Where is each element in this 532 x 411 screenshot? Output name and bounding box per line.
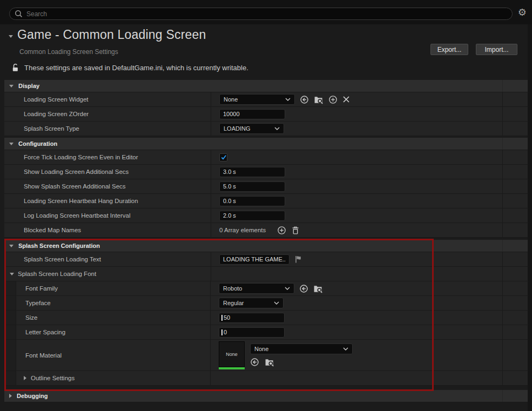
- dropdown-value: Roboto: [223, 285, 285, 292]
- size-input[interactable]: [219, 313, 284, 322]
- reset-cell: [502, 340, 528, 370]
- row-label: Outline Settings: [31, 375, 75, 381]
- reset-cell: [502, 92, 528, 106]
- chevron-down-icon: [343, 347, 348, 351]
- size-field: [219, 313, 285, 323]
- chevron-down-icon: [274, 127, 280, 130]
- page-subtitle: Common Loading Screen Settings: [19, 48, 118, 56]
- caret-down-icon: [9, 143, 14, 145]
- row-font-material: Font Material None None: [4, 340, 528, 371]
- import-button[interactable]: Import...: [476, 44, 517, 55]
- reset-cell: [502, 311, 528, 325]
- top-bar: ⚙: [0, 0, 532, 24]
- letter-spacing-input[interactable]: [219, 328, 284, 337]
- reset-cell: [502, 165, 528, 179]
- row-size: Size: [4, 311, 528, 325]
- use-selected-asset-icon[interactable]: [250, 358, 259, 367]
- row-label: Font Material: [25, 352, 62, 359]
- config-file-notice: These settings are saved in DefaultGame.…: [12, 63, 248, 72]
- row-label: Loading Screen Heartbeat Hang Duration: [24, 198, 138, 204]
- heartbeat-interval-input[interactable]: [220, 211, 285, 220]
- row-font-family: Font Family Roboto: [4, 281, 528, 296]
- gear-icon[interactable]: ⚙: [518, 7, 527, 18]
- row-label: Show Loading Screen Additional Secs: [24, 169, 129, 175]
- browse-to-asset-icon[interactable]: [314, 95, 324, 104]
- browse-to-asset-icon[interactable]: [265, 358, 274, 367]
- letter-spacing-field: [219, 327, 285, 338]
- unlock-icon: [12, 63, 19, 72]
- reset-cell: [502, 107, 528, 121]
- splash-loading-text-field: [219, 254, 289, 265]
- force-tick-checkbox[interactable]: [219, 153, 227, 161]
- reset-cell: [502, 194, 528, 208]
- caret-right-icon[interactable]: [24, 376, 26, 380]
- caret-right-icon: [9, 394, 12, 398]
- heartbeat-hang-input[interactable]: [220, 197, 285, 206]
- splash-loading-text-input[interactable]: [220, 255, 289, 264]
- delete-array-icon[interactable]: [291, 226, 300, 235]
- show-loading-secs-input[interactable]: [220, 167, 285, 177]
- section-header-splash-screen-configuration[interactable]: Splash Screen Configuration: [4, 240, 528, 252]
- reset-cell: [502, 179, 528, 193]
- row-loading-screen-widget: Loading Screen Widget None: [4, 92, 528, 107]
- splash-screen-type-dropdown[interactable]: LOADING: [219, 123, 284, 134]
- section-reset-column: [502, 240, 528, 252]
- row-label: Force Tick Loading Screen Even in Editor: [24, 154, 138, 160]
- row-outline-settings: Outline Settings: [4, 371, 528, 386]
- loading-screen-widget-dropdown[interactable]: None: [219, 94, 295, 105]
- caret-down-icon[interactable]: [10, 273, 14, 275]
- dropdown-value: Regular: [223, 300, 274, 306]
- indent-cell: [4, 311, 16, 325]
- reset-cell: [502, 371, 528, 385]
- localization-flag-icon[interactable]: [294, 255, 302, 264]
- row-splash-screen-type: Splash Screen Type LOADING: [4, 122, 528, 136]
- export-button[interactable]: Export...: [430, 44, 468, 55]
- material-thumbnail[interactable]: None: [219, 341, 245, 369]
- dropdown-value: None: [254, 346, 343, 352]
- reset-cell: [502, 281, 528, 295]
- row-loading-screen-zorder: Loading Screen ZOrder: [4, 107, 528, 122]
- section-header-configuration[interactable]: Configuration: [4, 138, 528, 150]
- row-heartbeat-interval: Log Loading Screen Heartbeat Interval: [4, 208, 528, 223]
- reset-cell: [502, 267, 528, 281]
- indent-cell: [4, 371, 16, 385]
- heartbeat-interval-field: [219, 211, 285, 221]
- row-force-tick: Force Tick Loading Screen Even in Editor: [4, 150, 528, 165]
- section-title: Debugging: [17, 393, 48, 399]
- title-caret-icon[interactable]: [9, 35, 13, 38]
- clear-asset-icon[interactable]: [342, 96, 350, 103]
- search-input[interactable]: [26, 10, 507, 18]
- add-array-element-icon[interactable]: [277, 226, 286, 235]
- row-label: Loading Screen Widget: [24, 96, 89, 103]
- thumbnail-type-bar: [219, 367, 245, 369]
- row-label: Splash Screen Loading Text: [24, 256, 101, 262]
- dropdown-value: LOADING: [224, 125, 274, 132]
- show-loading-secs-field: [219, 167, 285, 177]
- font-material-dropdown[interactable]: None: [250, 343, 353, 354]
- add-asset-icon[interactable]: [328, 95, 338, 104]
- section-header-display[interactable]: Display: [4, 80, 528, 92]
- chevron-down-icon: [274, 301, 279, 305]
- browse-to-asset-icon[interactable]: [313, 284, 323, 293]
- row-label: Size: [25, 314, 37, 321]
- caret-down-icon: [9, 245, 14, 247]
- section-reset-column: [502, 80, 528, 92]
- show-splash-secs-input[interactable]: [220, 182, 285, 191]
- search-bar[interactable]: [9, 8, 513, 20]
- row-label: Letter Spacing: [25, 329, 65, 335]
- use-selected-asset-icon[interactable]: [300, 95, 309, 104]
- row-show-splash-secs: Show Splash Screen Additional Secs: [4, 179, 528, 194]
- typeface-dropdown[interactable]: Regular: [219, 298, 284, 308]
- reset-cell: [502, 208, 528, 223]
- section-reset-column: [502, 138, 528, 150]
- row-show-loading-secs: Show Loading Screen Additional Secs: [4, 165, 528, 179]
- font-family-dropdown[interactable]: Roboto: [219, 283, 294, 294]
- zorder-input[interactable]: [220, 110, 285, 119]
- row-label: Splash Screen Type: [24, 125, 79, 132]
- row-splash-loading-font-group: Splash Screen Loading Font: [4, 267, 528, 281]
- use-selected-asset-icon[interactable]: [299, 284, 308, 293]
- settings-window: ⚙ Game - Common Loading Screen Common Lo…: [0, 0, 532, 411]
- chevron-down-icon: [285, 98, 291, 101]
- section-header-debugging[interactable]: Debugging: [4, 390, 528, 402]
- section-title: Configuration: [18, 140, 57, 147]
